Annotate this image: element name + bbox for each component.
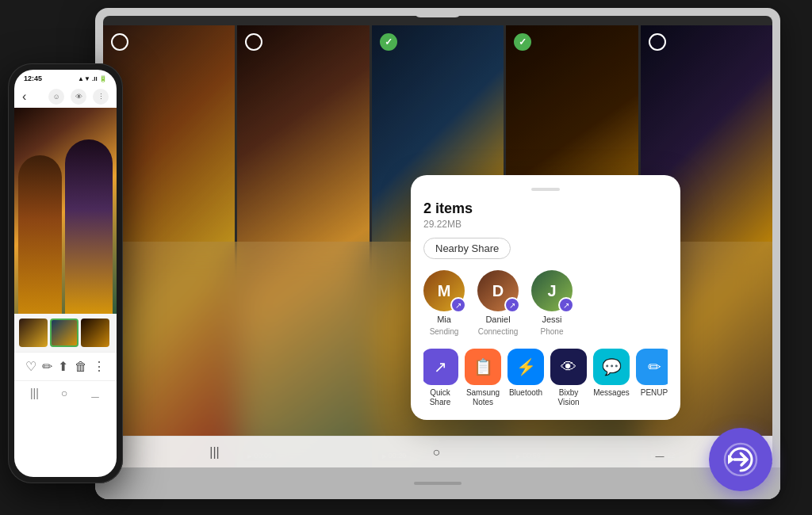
phone-person-silhouette-2 [65,139,113,314]
laptop-screen: 00:09 00:20 00:59 [103,16,772,467]
laptop-trackpad [414,482,462,485]
app-bluetooth[interactable]: ⚡ Bluetooth [509,349,542,407]
phone-time: 12:45 [24,74,42,82]
contact-status-mia: Sending [430,327,459,336]
nearby-share-button[interactable]: Nearby Share [423,238,511,259]
avatar-badge-daniel: ↗ [504,297,520,313]
tablet-bottom-nav: ||| ○ ＿ [103,436,772,467]
phone-thumb-2[interactable] [50,319,79,347]
phone-person-silhouette-1 [18,155,62,314]
share-title: 2 items [423,200,668,217]
phone-more-icon[interactable]: ⋮ [93,89,109,105]
phone-thumb-1[interactable] [19,319,48,347]
laptop-frame: 00:09 00:20 00:59 [95,8,780,499]
penup-icon: ✏ [636,349,668,385]
app-messages[interactable]: 💬 Messages [595,349,628,407]
samsung-notes-icon: 📋 [465,349,501,385]
contact-name-jessi: Jessi [542,315,561,324]
app-penup[interactable]: ✏ PENUP [638,349,668,407]
contact-name-daniel: Daniel [485,315,510,324]
avatar-badge-jessi: ↗ [558,297,574,313]
phone-thumbnail-strip [14,314,117,352]
contact-daniel[interactable]: D ↗ Daniel Connecting [477,270,519,336]
photo-checkbox-1[interactable] [111,33,128,51]
sheet-handle [531,188,560,191]
app-label-bluetooth: Bluetooth [509,388,542,398]
contact-status-daniel: Connecting [478,327,519,336]
bixby-icon: 👁 [550,349,587,385]
contact-status-jessi: Phone [541,327,564,336]
phone-nav-back[interactable]: ＿ [90,386,101,400]
app-label-quickshare: Quick Share [423,388,457,407]
app-bixby[interactable]: 👁 Bixby Vision [552,349,585,407]
nav-icon-back[interactable]: ＿ [653,444,666,460]
phone-nav-menu[interactable]: ||| [30,387,39,399]
phone-eye-icon[interactable]: 👁 [71,89,86,105]
contact-avatar-jessi: J ↗ [531,270,573,311]
contact-avatar-daniel: D ↗ [477,270,519,311]
quickshare-icon: ↗ [423,349,458,385]
contact-mia[interactable]: M ↗ Mia Sending [423,270,465,336]
app-samsung-notes[interactable]: 📋 Samsung Notes [466,349,500,407]
phone-bottom-bar: ||| ○ ＿ [14,380,117,405]
phone-like-button[interactable]: ♡ [25,359,36,374]
refresh-share-button[interactable] [709,428,772,491]
contact-avatar-mia: M ↗ [423,270,465,311]
phone-actions-bar: ♡ ✏ ⬆ 🗑 ⋮ [14,352,117,380]
phone-delete-button[interactable]: 🗑 [75,360,87,374]
phone-status-bar: 12:45 ▲▼ .ll 🔋 [14,70,117,86]
nav-icon-home[interactable]: ○ [432,445,440,460]
app-label-samsung-notes: Samsung Notes [466,388,500,407]
app-label-bixby: Bixby Vision [552,388,585,407]
phone-nav-icons: ☺ 👁 ⋮ [48,89,109,105]
phone-frame: 12:45 ▲▼ .ll 🔋 ‹ ☺ 👁 ⋮ ♡ ✏ ⬆ [8,63,123,483]
share-size: 29.22MB [423,219,668,230]
phone-signal: ▲▼ .ll 🔋 [78,75,107,82]
app-label-messages: Messages [593,388,630,398]
contacts-row: M ↗ Mia Sending D ↗ Daniel Connecting [423,270,668,336]
phone-nav-bar: ‹ ☺ 👁 ⋮ [14,86,117,108]
apps-row: ↗ Quick Share 📋 Samsung Notes ⚡ Bluetoot… [423,349,668,407]
bluetooth-icon: ⚡ [508,349,544,385]
laptop-notch [414,8,462,17]
refresh-arrow-icon [723,442,758,477]
laptop-bottom-bar [95,467,780,499]
app-label-penup: PENUP [641,388,668,398]
phone-edit-button[interactable]: ✏ [42,359,52,374]
phone-thumb-3[interactable] [81,319,109,347]
photo-checkbox-5[interactable] [649,33,666,51]
contact-name-mia: Mia [437,315,451,324]
phone-back-button[interactable]: ‹ [22,90,26,104]
share-sheet: 2 items 29.22MB Nearby Share M ↗ Mia Sen… [411,175,680,420]
phone-share-button[interactable]: ⬆ [58,359,68,374]
avatar-badge-mia: ↗ [450,297,466,313]
phone-emoji-icon[interactable]: ☺ [48,89,64,105]
phone-more-button[interactable]: ⋮ [93,359,105,374]
nav-icon-menu[interactable]: ||| [209,445,219,460]
messages-icon: 💬 [593,349,630,385]
phone-screen: 12:45 ▲▼ .ll 🔋 ‹ ☺ 👁 ⋮ ♡ ✏ ⬆ [14,70,117,477]
phone-main-photo[interactable] [14,108,117,314]
contact-jessi[interactable]: J ↗ Jessi Phone [531,270,573,336]
photo-checkbox-3[interactable] [380,33,397,51]
app-quickshare[interactable]: ↗ Quick Share [423,349,457,407]
phone-nav-home[interactable]: ○ [61,387,67,399]
